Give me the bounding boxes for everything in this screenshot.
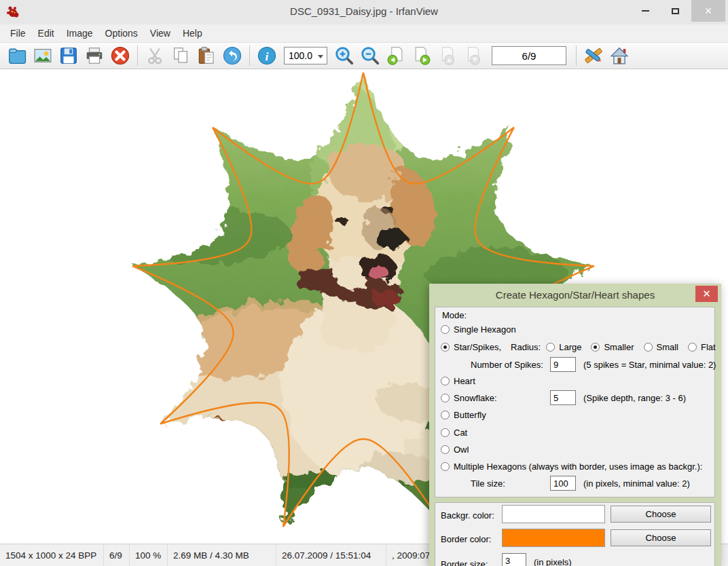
radio-label[interactable]: Star/Spikes, — [454, 342, 501, 352]
copy-icon[interactable] — [169, 44, 192, 67]
tile-size-input[interactable] — [550, 476, 576, 491]
toolbar-separator — [137, 45, 138, 66]
cut-icon[interactable] — [143, 44, 166, 67]
border-color-choose-button[interactable]: Choose — [611, 529, 711, 546]
radio-cat[interactable] — [441, 428, 450, 437]
radio-row-multiple-hexagons[interactable]: Multiple Hexagons (always with border, u… — [441, 459, 702, 473]
dialog-title-bar[interactable]: Create Hexagon/Star/Heart shapes ✕ — [429, 284, 721, 306]
backgr-color-row: Backgr. color: — [441, 508, 494, 522]
radio-row-star-spikes[interactable]: Star/Spikes, Radius: Large Smaller Small… — [441, 340, 716, 354]
minimize-icon — [642, 10, 649, 12]
prev-page-icon[interactable] — [384, 44, 407, 67]
home-icon[interactable] — [608, 44, 631, 67]
minimize-button[interactable] — [630, 0, 660, 22]
radio-radius-flat[interactable] — [688, 343, 697, 352]
close-icon: ✕ — [702, 288, 711, 300]
radio-label[interactable]: Butterfly — [454, 410, 486, 420]
border-color-swatch — [502, 529, 605, 547]
info-icon[interactable]: i — [255, 44, 278, 67]
radio-butterfly[interactable] — [441, 411, 450, 419]
radio-label[interactable]: Owl — [454, 445, 469, 455]
menu-options[interactable]: Options — [99, 26, 144, 41]
dialog-title: Create Hexagon/Star/Heart shapes — [496, 289, 655, 301]
radio-radius-large[interactable] — [546, 343, 555, 352]
status-file-date: 26.07.2009 / 15:51:04 — [276, 544, 386, 566]
zoom-value: 100.0 — [289, 50, 312, 61]
radio-label[interactable]: Flat — [701, 342, 716, 352]
radio-label[interactable]: Single Hexagon — [454, 324, 516, 335]
undo-icon[interactable] — [221, 44, 244, 67]
number-of-spikes-label: Number of Spikes: — [471, 360, 543, 370]
radio-heart[interactable] — [441, 377, 450, 385]
window-title: DSC_0931_Daisy.jpg - IrfanView — [0, 5, 728, 17]
radio-label[interactable]: Snowflake: — [454, 393, 497, 403]
snowflake-depth-input[interactable] — [550, 390, 576, 405]
first-page-icon[interactable] — [436, 44, 459, 67]
chevron-down-icon — [318, 55, 323, 58]
radio-radius-small[interactable] — [644, 343, 653, 352]
backgr-color-swatch — [502, 505, 605, 523]
radio-label[interactable]: Small — [657, 342, 679, 352]
radio-radius-smaller[interactable] — [591, 343, 600, 352]
zoom-combobox[interactable]: 100.0 — [284, 47, 327, 64]
svg-text:i: i — [266, 50, 269, 63]
close-icon: × — [705, 5, 712, 17]
last-page-icon[interactable] — [462, 44, 485, 67]
radio-row-cat[interactable]: Cat — [441, 426, 467, 439]
status-image-dimensions: 1504 x 1000 x 24 BPP — [0, 544, 104, 566]
border-size-input[interactable] — [502, 553, 526, 566]
radio-star-spikes[interactable] — [441, 343, 450, 352]
print-icon[interactable] — [83, 44, 106, 67]
radio-label[interactable]: Multiple Hexagons (always with border, u… — [454, 461, 702, 472]
title-bar: DSC_0931_Daisy.jpg - IrfanView × — [0, 0, 728, 24]
radio-multiple-hexagons[interactable] — [441, 462, 450, 471]
radio-row-owl[interactable]: Owl — [441, 442, 469, 456]
mode-groupbox: Mode: Single Hexagon Star/Spikes, Radius… — [435, 307, 715, 497]
radio-label[interactable]: Heart — [454, 376, 475, 386]
snowflake-hint: (Spike depth, range: 3 - 6) — [583, 393, 686, 403]
radio-label[interactable]: Large — [559, 342, 581, 352]
menu-edit[interactable]: Edit — [32, 26, 60, 41]
backgr-color-choose-button[interactable]: Choose — [611, 506, 711, 523]
irfanview-window: DSC_0931_Daisy.jpg - IrfanView × File Ed… — [0, 0, 728, 566]
menu-image[interactable]: Image — [60, 26, 99, 41]
menu-view[interactable]: View — [144, 26, 177, 41]
border-size-row: Border size: — [441, 557, 488, 566]
maximize-button[interactable] — [660, 0, 690, 22]
radio-single-hexagon[interactable] — [441, 325, 450, 334]
radio-row-single-hexagon[interactable]: Single Hexagon — [441, 322, 516, 336]
status-page-index: 6/9 — [104, 544, 130, 566]
zoom-out-icon[interactable] — [359, 44, 382, 67]
number-of-spikes-input[interactable] — [550, 357, 576, 372]
radio-row-heart[interactable]: Heart — [441, 374, 475, 388]
border-size-hint: (in pixels) — [534, 557, 572, 566]
page-indicator[interactable]: 6/9 — [492, 46, 566, 65]
radio-label[interactable]: Cat — [454, 428, 467, 438]
toolbar-separator — [249, 45, 250, 66]
thumbnails-icon[interactable] — [31, 44, 54, 67]
radio-label[interactable]: Smaller — [604, 342, 634, 352]
number-of-spikes-hint: (5 spikes = Star, minimal value: 2) — [583, 360, 716, 370]
radius-label: Radius: — [511, 342, 541, 352]
open-folder-icon[interactable] — [5, 44, 29, 67]
delete-icon[interactable] — [109, 44, 132, 67]
properties-icon[interactable] — [582, 44, 605, 67]
paste-icon[interactable] — [195, 44, 218, 67]
radio-owl[interactable] — [441, 445, 450, 454]
close-button[interactable]: × — [691, 0, 725, 22]
border-color-row: Border color: — [441, 532, 491, 546]
zoom-in-icon[interactable] — [333, 44, 356, 67]
radio-row-snowflake[interactable]: Snowflake: (Spike depth, range: 3 - 6) — [441, 390, 497, 406]
save-icon[interactable] — [57, 44, 80, 67]
create-shapes-dialog: Create Hexagon/Star/Heart shapes ✕ Mode:… — [429, 284, 721, 566]
next-page-icon[interactable] — [410, 44, 433, 67]
radio-row-butterfly[interactable]: Butterfly — [441, 408, 486, 421]
menu-file[interactable]: File — [4, 26, 32, 41]
radio-snowflake[interactable] — [441, 394, 450, 402]
mode-label: Mode: — [442, 310, 467, 320]
status-file-size: 2.69 MB / 4.30 MB — [168, 544, 276, 566]
toolbar-separator — [576, 45, 577, 66]
dialog-close-button[interactable]: ✕ — [695, 286, 718, 302]
backgr-color-label: Backgr. color: — [441, 510, 494, 521]
menu-help[interactable]: Help — [177, 26, 208, 41]
